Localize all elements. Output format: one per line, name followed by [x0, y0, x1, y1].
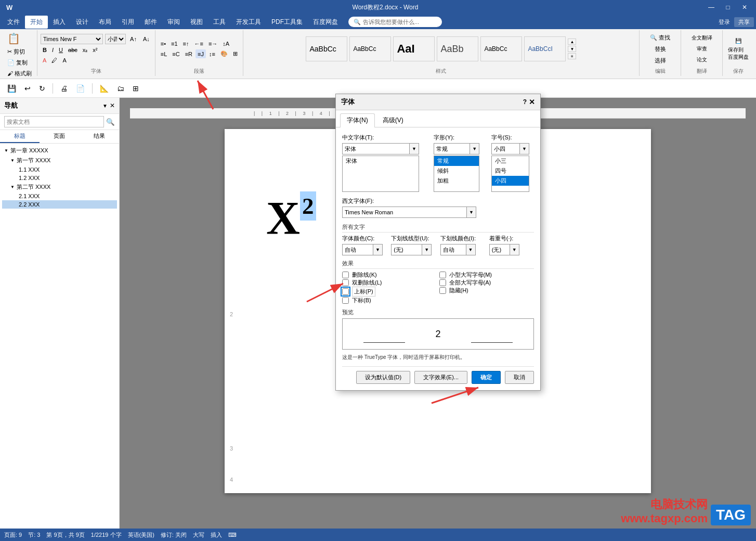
styles-scroll-up[interactable]: ▲ [568, 38, 576, 45]
format-painter-button[interactable]: 🖌 格式刷 [5, 69, 34, 79]
print-preview-button[interactable]: 📄 [73, 82, 88, 95]
style-list-italic[interactable]: 倾斜 [434, 166, 479, 176]
highlight-button[interactable]: 🖊 [49, 56, 59, 65]
subscript-checkbox[interactable] [342, 297, 349, 304]
superscript-checkbox[interactable] [342, 288, 349, 295]
share-button[interactable]: 共享 [734, 17, 754, 27]
size-list-small3[interactable]: 小三 [492, 156, 529, 166]
set-default-button[interactable]: 设为默认值(D) [356, 371, 410, 384]
align-left-button[interactable]: ≡L [159, 49, 170, 58]
style-list[interactable]: 常规 倾斜 加粗 [434, 156, 479, 192]
justify-button[interactable]: ≡J [195, 49, 206, 58]
menu-references[interactable]: 引用 [116, 16, 139, 29]
redo-button[interactable]: ↻ [36, 82, 48, 95]
emphasis-dropdown[interactable]: ▼ [510, 244, 519, 255]
ok-button[interactable]: 确定 [472, 371, 501, 384]
size-input[interactable] [491, 143, 520, 154]
superscript-button[interactable]: x² [90, 46, 99, 54]
sort-button[interactable]: ↕A [220, 40, 231, 48]
style-normal[interactable]: AaBbCc [306, 36, 347, 61]
styles-scroll-down[interactable]: ▼ [568, 46, 576, 52]
select-button[interactable]: 选择 [653, 56, 668, 66]
font-name-select[interactable]: Times New F [41, 34, 103, 44]
double-strikethrough-checkbox[interactable] [342, 279, 349, 286]
size-dropdown[interactable]: ▼ [520, 143, 529, 154]
cut-button[interactable]: ✂ 剪切 [5, 47, 27, 57]
all-caps-checkbox[interactable] [439, 279, 446, 286]
font-tab-basic[interactable]: 字体(N) [340, 113, 375, 127]
minimize-button[interactable]: — [704, 2, 719, 12]
style-dropdown[interactable]: ▼ [470, 143, 479, 154]
borders-button[interactable]: ⊞ [231, 49, 240, 58]
format-button[interactable]: 🗂 [114, 82, 127, 95]
paste-button[interactable]: 📋 [5, 31, 22, 46]
small-caps-checkbox[interactable] [439, 272, 446, 278]
shading-button[interactable]: 🎨 [218, 49, 230, 58]
styles-expand[interactable]: ≡ [568, 53, 576, 59]
menu-home[interactable]: 开始 [25, 16, 48, 29]
find-button[interactable]: 🔍 查找 [648, 33, 672, 43]
nav-tab-results[interactable]: 结果 [80, 130, 119, 143]
replace-button[interactable]: 替换 [653, 44, 668, 54]
login-button[interactable]: 登录 [719, 18, 730, 26]
translate-check-button[interactable]: 审查 [695, 44, 709, 54]
font-dialog-close-button[interactable]: ✕ [529, 98, 535, 106]
menu-design[interactable]: 设计 [71, 16, 94, 29]
thesis-button[interactable]: 论文 [695, 55, 709, 65]
nav-item-2-2[interactable]: 2.2 XXX [2, 200, 117, 209]
font-color-button[interactable]: A [41, 56, 48, 65]
font-size-select[interactable]: 小四 [105, 34, 126, 44]
font-list-item[interactable]: 宋体 [343, 156, 419, 166]
page-setup-button[interactable]: 📐 [97, 82, 112, 95]
bullets-button[interactable]: ≡• [159, 40, 168, 48]
insert-table-btn[interactable]: ⊞ [129, 82, 142, 95]
underline-type-dropdown[interactable]: ▼ [422, 244, 432, 255]
nav-item-1-1[interactable]: 1.1 XXX [2, 165, 117, 174]
full-translate-button[interactable]: 全文翻译 [689, 33, 714, 43]
save-baidu-button[interactable]: 💾 [733, 37, 744, 45]
menu-baidu[interactable]: 百度网盘 [308, 16, 343, 29]
style-heading1[interactable]: AaBbCc [349, 36, 391, 61]
nav-item-1-2[interactable]: 1.2 XXX [2, 174, 117, 182]
chinese-font-list[interactable]: 宋体 [342, 156, 419, 192]
copy-button[interactable]: 📄 复制 [5, 58, 30, 68]
style-heading2[interactable]: AaI [393, 36, 435, 61]
menu-review[interactable]: 审阅 [162, 16, 185, 29]
text-shadow-button[interactable]: A [60, 56, 68, 65]
save-button[interactable]: 💾 [4, 82, 19, 95]
close-button[interactable]: ✕ [737, 2, 752, 12]
menu-insert[interactable]: 插入 [48, 16, 71, 29]
menu-view[interactable]: 视图 [185, 16, 208, 29]
size-list-4[interactable]: 四号 [492, 166, 529, 176]
nav-item-section1[interactable]: ▼第一节 XXXX [2, 156, 117, 165]
nav-search-button[interactable]: 🔍 [106, 118, 115, 126]
line-spacing-button[interactable]: ↕≡ [207, 49, 217, 58]
menu-file[interactable]: 文件 [2, 16, 25, 29]
print-button[interactable]: 🖨 [57, 82, 71, 95]
bold-button[interactable]: B [41, 46, 49, 54]
style-heading4[interactable]: AaBbCc [480, 36, 522, 61]
menu-layout[interactable]: 布局 [94, 16, 116, 29]
nav-options-button[interactable]: ▼ [102, 102, 108, 109]
nav-tab-headings[interactable]: 标题 [0, 130, 40, 143]
strikethrough-button[interactable]: abc [66, 46, 80, 54]
subscript-button[interactable]: x₂ [81, 46, 90, 55]
western-font-input[interactable] [342, 207, 467, 218]
cancel-button[interactable]: 取消 [505, 371, 534, 384]
font-tab-advanced[interactable]: 高级(V) [376, 113, 410, 127]
shrink-font-button[interactable]: A↓ [141, 35, 152, 43]
font-color-dropdown[interactable]: ▼ [373, 244, 383, 255]
menu-mail[interactable]: 邮件 [139, 16, 162, 29]
menu-pdf[interactable]: PDF工具集 [266, 16, 308, 29]
multilevel-button[interactable]: ≡↑ [181, 40, 191, 48]
strikethrough-checkbox[interactable] [342, 272, 349, 278]
text-effects-button[interactable]: 文字效果(E)... [414, 371, 467, 384]
style-list-normal[interactable]: 常规 [434, 156, 479, 166]
underline-color-dropdown[interactable]: ▼ [466, 244, 476, 255]
chinese-font-input[interactable] [342, 143, 410, 154]
font-dialog-help-button[interactable]: ? [523, 98, 527, 106]
style-body[interactable]: AaBbCcI [524, 36, 566, 61]
maximize-button[interactable]: □ [721, 2, 735, 12]
chinese-font-dropdown[interactable]: ▼ [410, 143, 419, 154]
align-right-button[interactable]: ≡R [183, 49, 194, 58]
